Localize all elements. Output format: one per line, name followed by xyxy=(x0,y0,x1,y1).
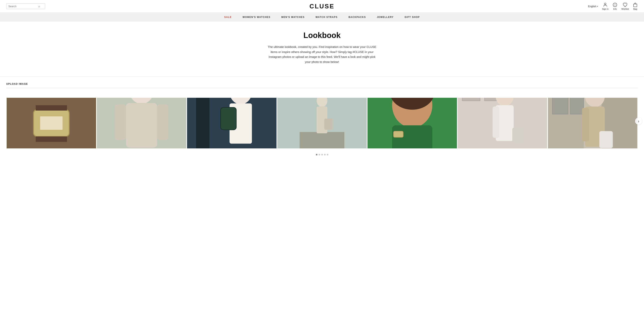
gallery-dot-1[interactable] xyxy=(316,154,318,155)
svg-rect-14 xyxy=(157,104,168,140)
nav-item-womens-watches[interactable]: WOMEN'S WATCHES xyxy=(237,13,276,22)
gallery-photo-7 xyxy=(548,98,637,148)
wishlist-button[interactable]: Wishlist xyxy=(622,2,629,10)
person-icon xyxy=(603,2,608,7)
info-icon xyxy=(612,2,618,7)
svg-rect-45 xyxy=(552,98,568,114)
svg-rect-4 xyxy=(634,4,637,7)
svg-rect-21 xyxy=(220,107,236,130)
gallery-dot-3[interactable] xyxy=(321,154,323,155)
lookbook-gallery: › xyxy=(0,90,644,152)
bag-label: Bag xyxy=(633,8,637,10)
svg-rect-9 xyxy=(36,136,67,142)
upload-section: UPLOAD IMAGE xyxy=(0,76,644,90)
main-content: Lookbook The ultimate lookbook, created … xyxy=(0,22,644,159)
list-item xyxy=(548,98,637,148)
nav-item-sale[interactable]: SALE xyxy=(219,13,237,22)
gallery-photo-6 xyxy=(458,98,547,148)
svg-rect-36 xyxy=(462,98,480,101)
list-item xyxy=(187,98,276,148)
gallery-pagination xyxy=(0,152,644,159)
bag-icon xyxy=(633,2,638,7)
gallery-dot-5[interactable] xyxy=(327,154,328,155)
svg-rect-12 xyxy=(126,103,157,148)
language-selector[interactable]: English ▾ xyxy=(588,5,598,8)
gallery-next-button[interactable]: › xyxy=(635,118,642,125)
page-title: Lookbook xyxy=(238,31,406,40)
search-form[interactable]: ⌕ xyxy=(6,3,45,9)
list-item xyxy=(7,98,96,148)
svg-rect-49 xyxy=(582,108,589,141)
svg-point-0 xyxy=(604,3,606,5)
site-header: ⌕ CLUSE English ▾ Sign in Info xyxy=(0,0,644,13)
search-icon[interactable]: ⌕ xyxy=(38,5,40,8)
gallery-photo-3 xyxy=(187,98,276,148)
gallery-dot-2[interactable] xyxy=(318,154,320,155)
gallery-photo-1 xyxy=(7,98,96,148)
main-nav: SALE WOMEN'S WATCHES MEN'S WATCHES WATCH… xyxy=(0,13,644,22)
chevron-down-icon: ▾ xyxy=(597,5,598,7)
search-input[interactable] xyxy=(8,5,38,8)
heart-icon xyxy=(622,2,628,7)
list-item xyxy=(368,98,457,148)
svg-rect-13 xyxy=(115,104,126,140)
wishlist-label: Wishlist xyxy=(622,8,629,10)
gallery-photo-2 xyxy=(97,98,186,148)
list-item xyxy=(277,98,367,148)
nav-item-watch-straps[interactable]: WATCH STRAPS xyxy=(310,13,343,22)
upload-image-button[interactable]: UPLOAD IMAGE xyxy=(6,83,28,85)
gallery-photo-4 xyxy=(277,98,367,148)
info-button[interactable]: Info xyxy=(612,2,618,10)
nav-item-mens-watches[interactable]: MEN'S WATCHES xyxy=(276,13,310,22)
svg-rect-50 xyxy=(600,131,613,148)
site-logo[interactable]: CLUSE xyxy=(310,3,334,10)
nav-item-jewellery[interactable]: JEWELLERY xyxy=(372,13,399,22)
gallery-photo-5 xyxy=(368,98,457,148)
info-label: Info xyxy=(613,8,617,10)
lookbook-intro: Lookbook The ultimate lookbook, created … xyxy=(234,22,410,70)
nav-item-gift-shop[interactable]: GIFT SHOP xyxy=(399,13,425,22)
svg-rect-18 xyxy=(196,98,210,148)
bag-button[interactable]: Bag xyxy=(633,2,638,10)
svg-rect-33 xyxy=(394,131,403,137)
svg-rect-40 xyxy=(492,106,499,138)
svg-rect-41 xyxy=(512,128,525,143)
sign-in-button[interactable]: Sign in xyxy=(602,2,608,10)
sign-in-label: Sign in xyxy=(602,8,608,10)
svg-rect-26 xyxy=(324,119,333,130)
svg-rect-8 xyxy=(36,105,67,111)
list-item xyxy=(97,98,186,148)
svg-rect-7 xyxy=(40,116,62,130)
language-label: English xyxy=(588,5,596,8)
svg-rect-46 xyxy=(570,98,584,114)
nav-item-backpacks[interactable]: BACKPACKS xyxy=(343,13,371,22)
gallery-dot-4[interactable] xyxy=(324,154,326,155)
list-item xyxy=(458,98,547,148)
svg-rect-23 xyxy=(300,132,344,148)
header-left: ⌕ xyxy=(6,3,49,9)
page-description: The ultimate lookbook, created by you. F… xyxy=(268,44,377,64)
header-right: English ▾ Sign in Info Wishlist xyxy=(588,2,638,10)
